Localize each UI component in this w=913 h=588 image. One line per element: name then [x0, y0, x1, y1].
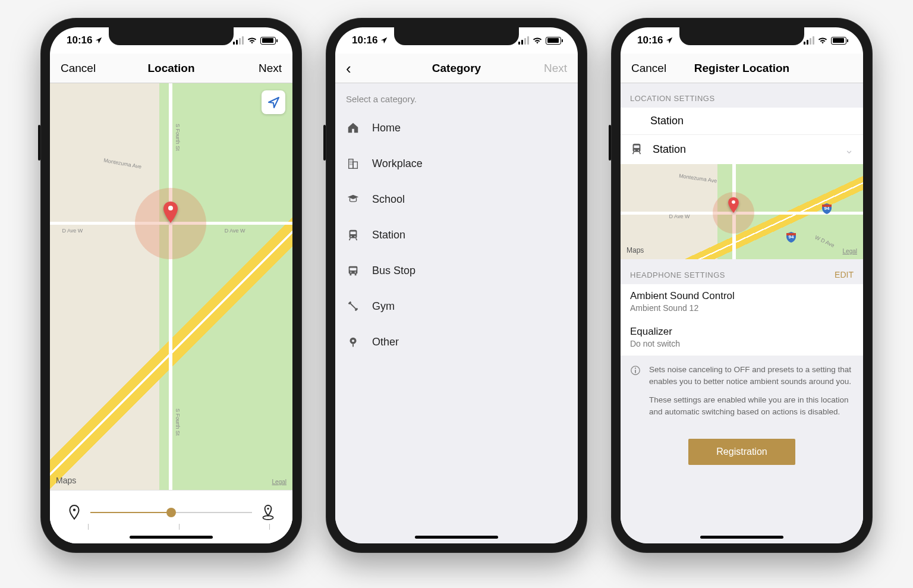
school-icon	[346, 193, 360, 206]
location-services-icon	[665, 36, 673, 45]
ambient-sound-row[interactable]: Ambient Sound Control Ambient Sound 12	[621, 284, 863, 320]
chevron-down-icon: ⌄	[845, 143, 854, 156]
slider-ticks	[68, 524, 275, 530]
nav-bar: Cancel Location Next	[50, 54, 292, 83]
category-item-school[interactable]: School	[335, 181, 578, 217]
location-name-row[interactable]: Station	[621, 108, 863, 135]
category-hint: Select a category.	[335, 83, 578, 110]
highway-shield-icon	[785, 231, 798, 244]
legal-link[interactable]: Legal	[272, 479, 287, 485]
nav-title: Category	[432, 62, 481, 75]
category-label: Gym	[372, 300, 395, 313]
locate-me-button[interactable]	[262, 90, 285, 114]
category-label: Bus Stop	[372, 265, 415, 277]
train-icon	[630, 142, 644, 157]
gym-icon	[346, 300, 360, 313]
next-button[interactable]: Next	[240, 62, 282, 75]
mini-map[interactable]: Montezuma Ave D Ave W W D Ave Maps Legal	[621, 164, 863, 259]
nav-title: Location	[147, 62, 194, 75]
category-label: Station	[372, 229, 405, 241]
home-indicator	[700, 536, 783, 539]
home-indicator	[130, 536, 213, 539]
equalizer-row[interactable]: Equalizer Do not switch	[621, 320, 863, 356]
next-button-disabled: Next	[525, 62, 567, 75]
section-location-header: LOCATION SETTINGS	[621, 83, 863, 108]
wifi-icon	[247, 36, 257, 45]
phone-register: 10:16 Cancel Register Location LOCATION …	[611, 18, 873, 553]
notch	[394, 27, 519, 45]
category-label: Other	[372, 336, 399, 348]
bus-icon	[346, 264, 360, 277]
edit-button[interactable]: EDIT	[835, 270, 854, 279]
cancel-button[interactable]: Cancel	[631, 62, 673, 75]
legal-link[interactable]: Legal	[843, 248, 857, 254]
status-time: 10:16	[637, 34, 663, 46]
info-block: Sets noise canceling to OFF and presets …	[621, 356, 863, 429]
category-item-bus[interactable]: Bus Stop	[335, 253, 578, 288]
notch	[109, 27, 234, 45]
location-name-value: Station	[650, 115, 684, 127]
category-item-home[interactable]: Home	[335, 110, 578, 146]
nav-bar: Cancel Register Location	[621, 54, 863, 83]
battery-icon	[260, 37, 276, 45]
location-services-icon	[95, 36, 103, 45]
back-button[interactable]: ‹	[346, 61, 388, 76]
battery-icon	[831, 37, 846, 45]
wifi-icon	[817, 36, 828, 45]
category-content: Select a category. HomeWorkplaceSchoolSt…	[335, 83, 578, 543]
nav-bar: ‹ Category Next	[335, 54, 578, 83]
category-item-workplace[interactable]: Workplace	[335, 146, 578, 181]
maps-attribution: Maps	[56, 475, 76, 485]
locate-icon	[267, 96, 280, 109]
workplace-icon	[346, 157, 360, 170]
status-time: 10:16	[67, 34, 92, 46]
cell-signal-icon	[233, 36, 244, 45]
cancel-button[interactable]: Cancel	[61, 62, 102, 75]
category-item-station[interactable]: Station	[335, 217, 578, 253]
other-icon	[346, 335, 360, 348]
highway-shield-icon	[820, 202, 833, 215]
home-indicator	[415, 536, 498, 539]
radius-slider[interactable]	[90, 505, 252, 520]
category-list: HomeWorkplaceSchoolStationBus StopGymOth…	[335, 110, 578, 360]
register-content: LOCATION SETTINGS Station Station ⌄ Mont…	[621, 83, 863, 543]
wifi-icon	[532, 36, 543, 45]
location-type-row[interactable]: Station ⌄	[621, 135, 863, 164]
pin-small-icon	[68, 505, 81, 520]
location-services-icon	[380, 36, 388, 45]
map-pin-icon	[727, 196, 740, 214]
cell-signal-icon	[518, 36, 529, 45]
location-content: S Fourth St S Fourth St D Ave W D Ave W …	[50, 83, 292, 543]
map-pin-icon[interactable]	[162, 200, 180, 224]
station-icon	[346, 228, 360, 241]
section-headphone-header: HEADPHONE SETTINGS EDIT	[621, 259, 863, 284]
category-item-other[interactable]: Other	[335, 324, 578, 360]
maps-attribution: Maps	[626, 246, 644, 254]
registration-button[interactable]: Registration	[688, 439, 795, 465]
category-label: Workplace	[372, 158, 423, 170]
category-label: Home	[372, 122, 401, 134]
nav-title: Register Location	[694, 62, 789, 75]
category-label: School	[372, 193, 405, 206]
home-icon	[346, 121, 360, 134]
phone-category: 10:16 ‹ Category Next Select a category.…	[326, 18, 587, 553]
location-type-value: Station	[653, 143, 686, 156]
info-icon	[630, 365, 642, 417]
cell-signal-icon	[804, 36, 814, 45]
category-item-gym[interactable]: Gym	[335, 288, 578, 324]
status-time: 10:16	[352, 34, 377, 46]
map-view[interactable]: S Fourth St S Fourth St D Ave W D Ave W …	[50, 83, 292, 490]
pin-range-icon	[262, 505, 275, 520]
notch	[679, 27, 804, 45]
phone-location: 10:16 Cancel Location Next S Fourth St S…	[40, 18, 302, 553]
battery-icon	[546, 37, 561, 45]
